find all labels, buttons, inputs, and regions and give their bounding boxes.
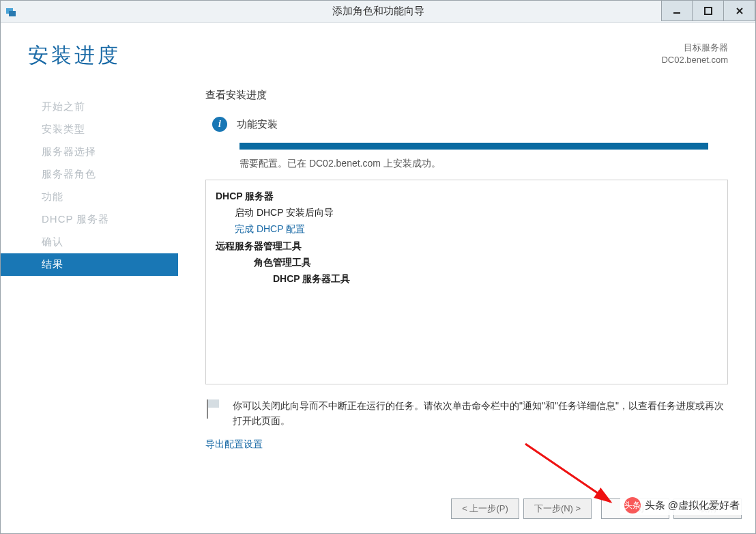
section-label: 查看安装进度 <box>205 89 728 102</box>
note-row: 你可以关闭此向导而不中断正在运行的任务。请依次单击命令栏中的"通知"和"任务详细… <box>205 398 728 429</box>
result-dhcp-launch: 启动 DHCP 安装后向导 <box>235 205 718 221</box>
info-icon: i <box>212 117 227 132</box>
target-label: 目标服务器 <box>661 42 728 54</box>
target-value: DC02.benet.com <box>661 54 728 66</box>
maximize-button[interactable] <box>693 1 724 21</box>
sidebar: 开始之前 安装类型 服务器选择 服务器角色 功能 DHCP 服务器 确认 结果 <box>1 76 178 492</box>
progress-bar <box>239 143 728 150</box>
export-settings-link[interactable]: 导出配置设置 <box>205 438 728 451</box>
watermark: 头条 头条 @虚拟化爱好者 <box>620 496 744 515</box>
target-server: 目标服务器 DC02.benet.com <box>661 42 728 66</box>
body: 开始之前 安装类型 服务器选择 服务器角色 功能 DHCP 服务器 确认 结果 … <box>1 76 755 492</box>
header: 安装进度 目标服务器 DC02.benet.com <box>1 23 755 76</box>
sidebar-item-type: 安装类型 <box>35 118 178 141</box>
page-title: 安装进度 <box>28 42 121 70</box>
watermark-text: 头条 @虚拟化爱好者 <box>645 499 740 512</box>
result-dhcp-tools: DHCP 服务器工具 <box>273 271 718 287</box>
window-title: 添加角色和功能向导 <box>1 5 755 18</box>
close-button[interactable] <box>724 1 755 21</box>
svg-rect-2 <box>673 12 680 14</box>
config-message: 需要配置。已在 DC02.benet.com 上安装成功。 <box>239 158 728 170</box>
status-text: 功能安装 <box>237 118 278 131</box>
sidebar-item-confirm: 确认 <box>35 231 178 253</box>
minimize-button[interactable] <box>661 1 693 21</box>
main-panel: 查看安装进度 i 功能安装 需要配置。已在 DC02.benet.com 上安装… <box>178 76 755 492</box>
result-dhcp-server: DHCP 服务器 <box>216 188 718 205</box>
sidebar-item-results[interactable]: 结果 <box>1 253 178 276</box>
results-box: DHCP 服务器 启动 DHCP 安装后向导 完成 DHCP 配置 远程服务器管… <box>205 180 728 384</box>
next-button: 下一步(N) > <box>523 498 592 519</box>
titlebar: 添加角色和功能向导 <box>1 1 755 23</box>
wizard-window: 添加角色和功能向导 安装进度 目标服务器 DC02.benet.com 开始之前… <box>0 0 756 534</box>
prev-button: < 上一步(P) <box>451 498 519 519</box>
sidebar-item-before: 开始之前 <box>35 96 178 118</box>
status-row: i 功能安装 <box>212 117 728 132</box>
progress-fill <box>239 143 708 150</box>
sidebar-item-dhcp: DHCP 服务器 <box>35 208 178 231</box>
flag-icon <box>205 399 220 419</box>
sidebar-item-server-role: 服务器角色 <box>35 163 178 186</box>
result-role-tools: 角色管理工具 <box>254 255 718 271</box>
watermark-icon: 头条 <box>624 497 641 514</box>
content: 安装进度 目标服务器 DC02.benet.com 开始之前 安装类型 服务器选… <box>1 23 755 533</box>
svg-rect-3 <box>705 8 712 14</box>
complete-dhcp-link[interactable]: 完成 DHCP 配置 <box>235 221 718 238</box>
note-text: 你可以关闭此向导而不中断正在运行的任务。请依次单击命令栏中的"通知"和"任务详细… <box>233 398 728 429</box>
sidebar-item-features: 功能 <box>35 186 178 208</box>
window-controls <box>661 1 755 23</box>
result-remote-tools: 远程服务器管理工具 <box>216 238 718 255</box>
sidebar-item-server-select: 服务器选择 <box>35 141 178 163</box>
